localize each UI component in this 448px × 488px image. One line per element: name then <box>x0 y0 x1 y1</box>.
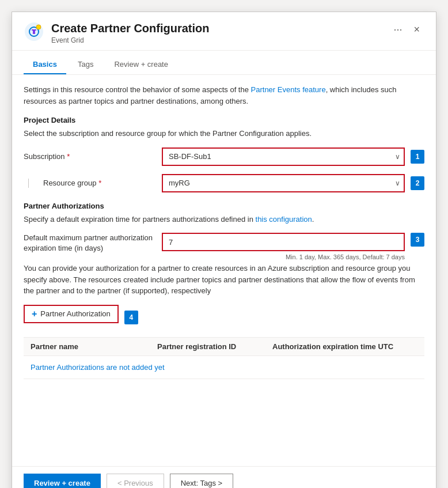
subscription-row: Subscription * SB-DF-Sub1 ∨ 1 <box>24 147 424 166</box>
intro-text: Settings in this resource control the be… <box>24 84 424 107</box>
expiration-label: Default maximum partner authorization ex… <box>24 233 162 254</box>
plus-icon: + <box>32 309 37 319</box>
resource-group-row: Resource group * myRG ∨ 2 <box>24 174 424 192</box>
dialog-title: Create Partner Configuration <box>51 21 384 35</box>
dialog-menu-button[interactable]: ··· <box>389 21 407 38</box>
table-empty-message: Partner Authorizations are not added yet <box>24 356 424 379</box>
dialog-header: Create Partner Configuration Event Grid … <box>12 12 436 51</box>
subscription-select[interactable]: SB-DF-Sub1 <box>162 147 405 166</box>
expiration-row: Default maximum partner authorization ex… <box>24 233 424 260</box>
expiration-input-wrapper: Min. 1 day, Max. 365 days, Default: 7 da… <box>162 233 405 260</box>
next-tags-button[interactable]: Next: Tags > <box>170 474 233 488</box>
resource-group-label: Resource group * <box>43 179 101 187</box>
add-auth-button-label: Partner Authorization <box>40 309 110 318</box>
tree-indent <box>28 179 40 188</box>
dialog-footer: Review + create < Previous Next: Tags > <box>12 466 436 488</box>
event-grid-icon <box>24 21 44 42</box>
tab-tags[interactable]: Tags <box>69 55 102 74</box>
expiration-hint: Min. 1 day, Max. 365 days, Default: 7 da… <box>162 254 405 260</box>
partner-authorizations-desc: Specify a default expiration time for pa… <box>24 214 424 225</box>
review-create-button[interactable]: Review + create <box>24 474 101 488</box>
create-partner-dialog: Create Partner Configuration Event Grid … <box>12 12 436 488</box>
dialog-close-button[interactable]: × <box>409 21 424 38</box>
partner-authorizations-title: Partner Authorizations <box>24 202 424 210</box>
svg-point-1 <box>36 25 41 29</box>
col-exp-time: Authorization expiration time UTC <box>265 342 424 351</box>
add-partner-authorization-button[interactable]: + Partner Authorization <box>24 305 119 323</box>
partner-events-link[interactable]: Partner Events feature <box>251 85 326 94</box>
resource-group-required: * <box>98 179 101 187</box>
dialog-body: Settings in this resource control the be… <box>12 75 436 466</box>
previous-button[interactable]: < Previous <box>107 474 164 488</box>
subscription-badge: 1 <box>411 150 424 164</box>
resource-group-control: myRG ∨ <box>162 174 405 192</box>
table-header: Partner name Partner registration ID Aut… <box>24 338 424 356</box>
resource-group-label-wrapper: Resource group * <box>24 179 162 188</box>
project-details-title: Project Details <box>24 116 424 124</box>
expiration-input[interactable] <box>162 233 405 251</box>
dialog-subtitle: Event Grid <box>51 36 384 44</box>
empty-table-link[interactable]: Partner Authorizations are not added yet <box>31 363 165 372</box>
col-reg-id: Partner registration ID <box>150 342 265 351</box>
tab-basics[interactable]: Basics <box>24 55 66 74</box>
expiration-badge: 3 <box>411 233 424 247</box>
partner-auth-info-text: You can provide your authorization for a… <box>24 263 424 297</box>
subscription-required: * <box>67 152 70 161</box>
subscription-control: SB-DF-Sub1 ∨ <box>162 147 405 166</box>
dialog-tabs: Basics Tags Review + create <box>12 55 436 75</box>
add-auth-badge: 4 <box>124 311 138 324</box>
this-configuration-link[interactable]: this configuration <box>256 215 312 224</box>
resource-group-badge: 2 <box>411 176 424 190</box>
project-details-desc: Select the subscription and resource gro… <box>24 128 424 139</box>
tab-review-create[interactable]: Review + create <box>105 55 177 74</box>
subscription-label: Subscription * <box>24 152 162 161</box>
dialog-title-block: Create Partner Configuration Event Grid <box>51 21 384 44</box>
resource-group-select[interactable]: myRG <box>162 174 405 192</box>
partner-auth-table: Partner name Partner registration ID Aut… <box>24 337 424 379</box>
col-partner-name: Partner name <box>24 342 150 351</box>
